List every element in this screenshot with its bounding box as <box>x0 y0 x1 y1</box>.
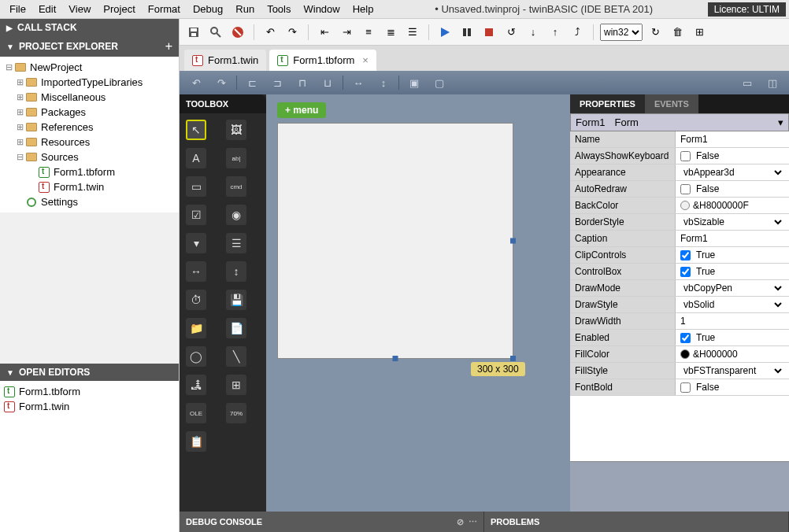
outdent-icon[interactable]: ⇤ <box>315 23 334 42</box>
tool-pointer[interactable]: ↖ <box>186 120 206 140</box>
project-explorer-header[interactable]: ▼ PROJECT EXPLORER + <box>0 36 179 57</box>
prop-row-alwaysshowkeyboard[interactable]: AlwaysShowKeyboardFalse <box>570 148 789 164</box>
prop-value[interactable]: 1 <box>676 313 789 329</box>
select-icon[interactable]: ▭ <box>737 74 758 91</box>
prop-value[interactable]: vbCopyPen <box>676 280 789 296</box>
delete-icon[interactable]: 🗑 <box>668 23 687 42</box>
object-selector[interactable]: Form1 Form ▾ <box>570 113 789 131</box>
events-tab[interactable]: EVENTS <box>645 94 698 113</box>
open-editor-item[interactable]: Form1.twin <box>0 399 179 414</box>
prop-row-appearance[interactable]: AppearancevbAppear3d <box>570 164 789 181</box>
prop-row-caption[interactable]: CaptionForm1 <box>570 231 789 247</box>
resize-handle-corner[interactable] <box>510 356 516 361</box>
menu-run[interactable]: Run <box>229 2 261 17</box>
close-icon[interactable]: × <box>362 54 369 66</box>
tool-dirlistbox[interactable]: 📁 <box>186 318 206 338</box>
prop-row-drawmode[interactable]: DrawModevbCopyPen <box>570 280 789 297</box>
tree-item[interactable]: ⊞References <box>0 120 179 135</box>
prop-value[interactable]: True <box>676 330 789 345</box>
prop-value[interactable]: &H8000000F <box>676 198 789 213</box>
debug-console-panel[interactable]: DEBUG CONSOLE ⊘⋯ <box>180 512 484 532</box>
bring-front-icon[interactable]: ▣ <box>404 74 424 91</box>
more-icon[interactable]: ⋯ <box>469 517 477 527</box>
resize-handle-right[interactable] <box>510 238 516 244</box>
stop-build-icon[interactable] <box>228 23 247 42</box>
prop-value[interactable]: vbFSTransparent <box>676 363 789 379</box>
tree-item[interactable]: ⊞Packages <box>0 105 179 120</box>
refresh-icon[interactable]: ↻ <box>646 23 665 42</box>
prop-value[interactable]: False <box>676 379 789 395</box>
prop-select[interactable]: vbCopyPen <box>680 282 784 294</box>
tool-image[interactable]: 🏞 <box>186 375 206 395</box>
prop-value[interactable]: Form1 <box>676 131 789 147</box>
prop-select[interactable]: vbAppear3d <box>680 166 784 179</box>
tool-line[interactable]: ╲ <box>226 346 246 367</box>
prop-row-fontbold[interactable]: FontBoldFalse <box>570 379 789 396</box>
prop-row-autoredraw[interactable]: AutoRedrawFalse <box>570 181 789 198</box>
comment-icon[interactable]: ≡ <box>359 23 378 42</box>
tree-item[interactable]: ⊞Miscellaneous <box>0 90 179 105</box>
tool-ole[interactable]: OLE <box>186 403 206 423</box>
tree-file-tbform[interactable]: Form1.tbform <box>0 164 179 179</box>
prop-row-drawstyle[interactable]: DrawStylevbSolid <box>570 297 789 313</box>
prop-row-controlbox[interactable]: ControlBoxTrue <box>570 264 789 280</box>
tool-frame[interactable]: ▭ <box>186 176 206 197</box>
tool-listbox[interactable]: ☰ <box>226 233 246 253</box>
menu-project[interactable]: Project <box>97 2 141 17</box>
prop-select[interactable]: vbSizable <box>680 216 784 228</box>
bookmark-icon[interactable]: ☰ <box>403 23 422 42</box>
save-icon[interactable] <box>184 23 203 42</box>
add-menu-button[interactable]: + menu <box>277 102 326 118</box>
prop-checkbox[interactable] <box>680 333 691 343</box>
resize-handle-bottom[interactable] <box>393 356 398 361</box>
tree-item[interactable]: ⊞Resources <box>0 135 179 150</box>
tab-form1-tbform[interactable]: Form1.tbform × <box>269 50 376 71</box>
menu-window[interactable]: Window <box>297 2 346 17</box>
prop-value[interactable]: vbSizable <box>676 214 789 230</box>
tool-combobox[interactable]: ▾ <box>186 233 206 253</box>
form-surface[interactable] <box>277 123 513 359</box>
prop-row-fillcolor[interactable]: FillColor&H000000 <box>570 346 789 363</box>
problems-panel[interactable]: PROBLEMS <box>484 512 789 532</box>
tool-textbox[interactable]: ab| <box>226 148 246 168</box>
prop-checkbox[interactable] <box>680 151 691 161</box>
menu-file[interactable]: File <box>3 2 32 17</box>
prop-value[interactable]: True <box>676 247 789 263</box>
step-over-icon[interactable]: ↑ <box>546 23 565 42</box>
menu-tools[interactable]: Tools <box>261 2 297 17</box>
prop-row-borderstyle[interactable]: BorderStylevbSizable <box>570 214 789 231</box>
open-editors-header[interactable]: ▼ OPEN EDITORS <box>0 364 179 381</box>
tree-item-sources[interactable]: ⊟Sources <box>0 150 179 164</box>
menu-format[interactable]: Format <box>142 2 187 17</box>
tree-root[interactable]: ⊟ NewProject <box>0 60 179 75</box>
tool-label[interactable]: A <box>186 148 206 168</box>
prop-row-enabled[interactable]: EnabledTrue <box>570 330 789 346</box>
indent-icon[interactable]: ⇥ <box>337 23 356 42</box>
overlap-icon[interactable]: ◫ <box>762 74 783 91</box>
properties-tab[interactable]: PROPERTIES <box>570 94 645 113</box>
align-left-icon[interactable]: ⊏ <box>242 74 262 91</box>
tool-progressbar[interactable]: 70% <box>226 403 246 423</box>
menu-edit[interactable]: Edit <box>32 2 62 17</box>
prop-value[interactable]: vbAppear3d <box>676 164 789 180</box>
tool-filelistbox[interactable]: 📄 <box>226 318 246 338</box>
prop-select[interactable]: vbFSTransparent <box>680 364 784 377</box>
align-right-icon[interactable]: ⊐ <box>267 74 287 91</box>
tool-commandbutton[interactable]: cmd <box>226 176 246 197</box>
run-icon[interactable] <box>435 23 454 42</box>
open-editor-item[interactable]: Form1.tbform <box>0 384 179 399</box>
tool-shape[interactable]: ◯ <box>186 346 206 367</box>
same-height-icon[interactable]: ↕ <box>373 74 394 91</box>
prop-select[interactable]: vbSolid <box>680 298 784 311</box>
prop-checkbox[interactable] <box>680 267 691 277</box>
prop-row-backcolor[interactable]: BackColor&H8000000F <box>570 198 789 214</box>
prop-checkbox[interactable] <box>680 250 691 260</box>
tool-checkbox[interactable]: ☑ <box>186 205 206 225</box>
tool-hscroll[interactable]: ↔ <box>186 261 206 282</box>
prop-row-name[interactable]: NameForm1 <box>570 131 789 148</box>
uncomment-icon[interactable]: ≣ <box>381 23 400 42</box>
tree-settings[interactable]: Settings <box>0 194 179 209</box>
prop-value[interactable]: Form1 <box>676 231 789 246</box>
pause-icon[interactable] <box>457 23 476 42</box>
prop-value[interactable]: False <box>676 181 789 197</box>
